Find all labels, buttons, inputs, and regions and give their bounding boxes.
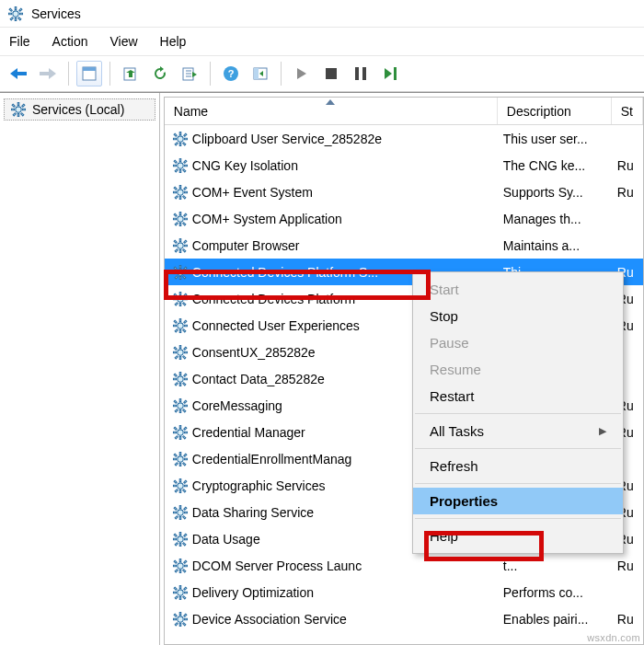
gear-icon [172,584,189,601]
svg-rect-12 [394,67,397,80]
svg-rect-8 [254,68,259,79]
column-description[interactable]: Description [498,98,612,124]
pause-service-button[interactable] [348,61,374,86]
service-name: Connected Devices Platform S... [192,265,378,280]
service-row[interactable]: DCOM Server Process Launct...Ru [165,552,643,579]
export-icon [122,65,139,82]
gear-icon [172,371,189,387]
service-row[interactable]: Computer BrowserMaintains a... [165,232,643,259]
gear-icon [172,157,189,174]
service-row[interactable]: Device Association ServiceEnables pairi.… [165,605,643,632]
gear-icon [172,237,189,254]
sort-asc-icon [326,99,335,105]
export-button[interactable] [118,61,144,86]
help-button[interactable]: ? [218,61,244,86]
svg-rect-11 [362,67,366,80]
ctx-help[interactable]: Help [413,523,623,549]
ctx-all-tasks[interactable]: All Tasks▶ [413,418,623,444]
gear-icon [172,317,189,334]
gear-icon [172,344,189,361]
panel-icon [252,65,269,82]
export-list-button[interactable] [177,61,202,86]
back-arrow-icon [8,66,29,81]
back-button[interactable] [6,61,31,86]
service-name: Clipboard User Service_285282e [192,132,382,146]
service-status: Ru [612,185,643,200]
service-name: Connected Devices Platform [192,292,355,306]
gear-icon [172,504,189,521]
service-row[interactable]: Delivery OptimizationPerforms co... [165,579,643,605]
gear-icon [172,451,189,467]
service-row[interactable]: COM+ System ApplicationManages th... [165,205,643,232]
context-menu: Start Stop Pause Resume Restart All Task… [412,271,624,554]
gear-icon [172,211,189,227]
list-export-icon [181,65,198,82]
ctx-resume[interactable]: Resume [413,356,623,383]
column-name[interactable]: Name [165,98,498,124]
gear-icon [172,531,189,547]
ctx-properties[interactable]: Properties [413,488,623,514]
column-status[interactable]: St [612,98,643,124]
refresh-button[interactable] [147,61,173,86]
service-name: ConsentUX_285282e [192,345,316,360]
play-icon [295,67,308,80]
ctx-refresh[interactable]: Refresh [413,453,623,479]
service-row[interactable]: COM+ Event SystemSupports Sy...Ru [165,179,643,205]
service-desc: Maintains a... [498,238,612,253]
ctx-sep-3 [415,483,621,484]
restart-service-button[interactable] [377,61,403,86]
gear-icon [172,131,189,147]
properties-icon [81,65,98,82]
ctx-restart[interactable]: Restart [413,383,623,409]
ctx-start[interactable]: Start [413,276,623,303]
service-name: Device Association Service [192,612,347,627]
service-row[interactable]: Clipboard User Service_285282eThis user … [165,125,643,152]
menu-view[interactable]: View [109,34,137,49]
show-hide-button[interactable] [247,61,273,86]
service-name: DCOM Server Process Launc [192,559,362,573]
gear-icon [172,424,189,441]
menubar: File Action View Help [0,28,644,55]
service-name: COM+ Event System [192,185,313,200]
properties-button[interactable] [76,61,102,86]
gear-icon [172,184,189,201]
gear-icon [172,291,189,307]
service-name: Connected User Experiences [192,318,360,333]
forward-arrow-icon [38,66,58,81]
ctx-pause[interactable]: Pause [413,329,623,356]
gear-icon [172,611,189,628]
ctx-sep-1 [415,413,621,414]
gear-icon [172,558,189,574]
ctx-stop[interactable]: Stop [413,303,623,329]
forward-button[interactable] [35,61,61,86]
service-name: Computer Browser [192,238,300,253]
service-name: CoreMessaging [192,398,282,413]
service-name: Credential Manager [192,425,305,440]
service-row[interactable]: CNG Key IsolationThe CNG ke...Ru [165,152,643,179]
service-desc: Manages th... [498,212,612,226]
menu-help[interactable]: Help [160,34,187,49]
service-status: Ru [612,559,643,573]
svg-rect-10 [355,67,359,80]
refresh-icon [152,65,168,82]
restart-icon [383,67,397,80]
start-service-button[interactable] [289,61,315,86]
gear-icon [172,478,189,494]
titlebar: Services [0,0,644,28]
stop-service-button[interactable] [318,61,344,86]
window-title: Services [31,6,81,21]
service-desc: Supports Sy... [498,185,612,200]
watermark: wsxdn.com [587,632,640,643]
stop-icon [326,68,337,79]
ctx-sep-4 [415,518,621,519]
gear-icon [172,397,189,414]
menu-file[interactable]: File [9,34,30,49]
service-name: Data Usage [192,532,260,547]
service-desc: This user ser... [498,132,612,146]
service-name: Cryptographic Services [192,478,326,493]
tree-root-label: Services (Local) [32,102,124,117]
gear-icon [7,6,24,22]
menu-action[interactable]: Action [52,34,88,49]
svg-rect-2 [83,67,96,71]
tree-root-item[interactable]: Services (Local) [4,98,155,121]
